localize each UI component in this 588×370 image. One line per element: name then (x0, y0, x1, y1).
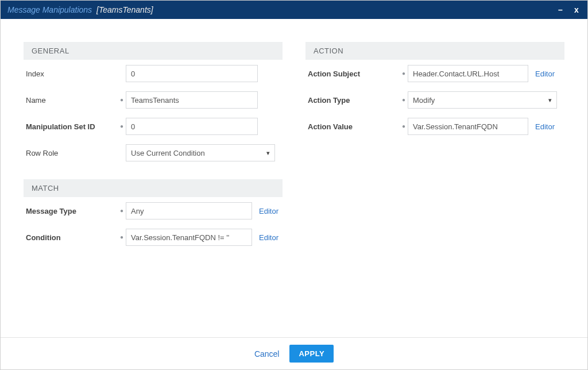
footer: Cancel APPLY (1, 337, 587, 369)
row-role-label: Row Role (26, 149, 118, 157)
general-body: Index Name Manipulatio (24, 60, 283, 163)
message-type-label: Message Type (26, 207, 118, 215)
match-heading: MATCH (24, 179, 283, 197)
general-heading: GENERAL (24, 42, 283, 60)
action-type-label: Action Type (308, 96, 400, 105)
action-subject-label: Action Subject (308, 70, 400, 78)
titlebar-left: Message Manipulations [TeamsTenants] (7, 5, 153, 14)
action-value-editor-link[interactable]: Editor (535, 122, 555, 131)
dirty-indicator-icon (118, 97, 126, 103)
message-type-editor-link[interactable]: Editor (259, 207, 278, 215)
match-body: Message Type Editor Condition Editor (24, 197, 283, 248)
action-type-select[interactable]: Modify (408, 91, 557, 109)
dirty-indicator-icon (118, 208, 126, 214)
action-section: ACTION Action Subject Editor Action Type (305, 42, 564, 137)
message-type-input[interactable] (126, 202, 252, 219)
row-role-value: Use Current Condition (131, 149, 205, 157)
dirty-indicator-icon (400, 124, 408, 129)
dialog-title: Message Manipulations (7, 5, 92, 14)
action-subject-input[interactable] (408, 65, 528, 82)
dirty-indicator-icon (118, 124, 126, 129)
match-section: MATCH Message Type Editor Condition (24, 179, 283, 248)
name-input[interactable] (126, 91, 258, 109)
condition-row: Condition Editor (24, 227, 283, 248)
action-type-row: Action Type Modify (305, 90, 564, 110)
condition-label: Condition (26, 233, 118, 242)
titlebar-controls: – x (556, 6, 581, 14)
dirty-indicator-icon (118, 234, 126, 240)
index-label: Index (26, 70, 118, 78)
action-value-input[interactable] (408, 118, 528, 135)
cancel-button[interactable]: Cancel (254, 349, 280, 359)
index-input[interactable] (126, 65, 258, 82)
action-type-value: Modify (413, 96, 435, 105)
action-value-row: Action Value Editor (305, 116, 564, 137)
manip-set-id-label: Manipulation Set ID (26, 122, 118, 131)
action-subject-editor-link[interactable]: Editor (535, 70, 555, 78)
minimize-icon[interactable]: – (556, 6, 564, 14)
condition-editor-link[interactable]: Editor (259, 233, 278, 242)
action-value-label: Action Value (308, 122, 400, 131)
row-role-row: Row Role Use Current Condition (24, 142, 283, 163)
manip-set-id-row: Manipulation Set ID (24, 116, 283, 137)
dialog-window: Message Manipulations [TeamsTenants] – x… (0, 0, 588, 370)
close-icon[interactable]: x (572, 6, 581, 14)
left-column: GENERAL Index Name (24, 42, 283, 326)
dialog-subtitle: [TeamsTenants] (96, 5, 153, 14)
general-section: GENERAL Index Name (24, 42, 283, 163)
index-row: Index (24, 63, 283, 84)
action-heading: ACTION (305, 42, 564, 60)
dirty-indicator-icon (400, 97, 408, 103)
dirty-indicator-icon (400, 71, 408, 76)
name-row: Name (24, 90, 283, 110)
titlebar: Message Manipulations [TeamsTenants] – x (1, 1, 587, 19)
right-column: ACTION Action Subject Editor Action Type (305, 42, 564, 326)
apply-button[interactable]: APPLY (289, 345, 334, 363)
manip-set-id-input[interactable] (126, 118, 258, 135)
action-subject-row: Action Subject Editor (305, 63, 564, 84)
row-role-select[interactable]: Use Current Condition (126, 144, 275, 161)
name-label: Name (26, 96, 118, 105)
action-body: Action Subject Editor Action Type Modify (305, 60, 564, 137)
content-area: GENERAL Index Name (1, 19, 587, 337)
message-type-row: Message Type Editor (24, 201, 283, 221)
condition-input[interactable] (126, 229, 252, 246)
